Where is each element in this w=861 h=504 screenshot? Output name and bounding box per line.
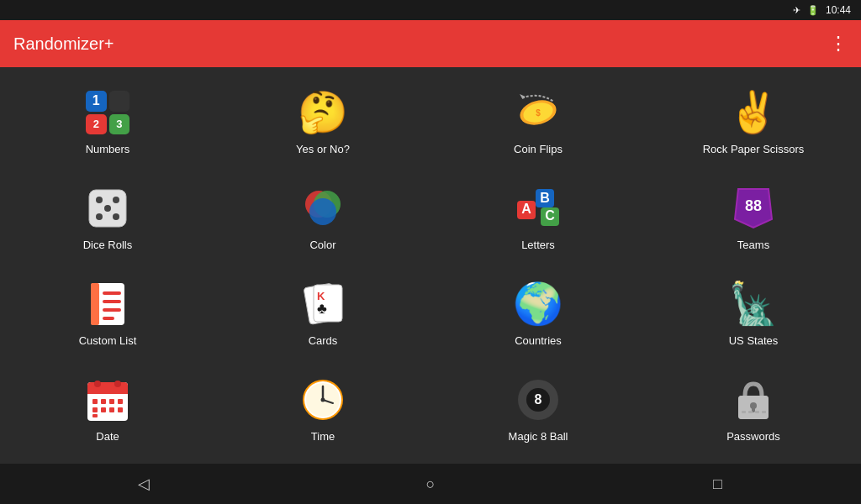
svg-point-33 (94, 381, 101, 387)
us-states-icon: 🗽 (728, 279, 779, 329)
svg-rect-38 (118, 399, 123, 404)
passwords-label: Passwords (726, 430, 780, 444)
numbers-label: Numbers (86, 143, 130, 156)
grid-item-countries[interactable]: 🌍 Countries (430, 265, 646, 361)
svg-text:A: A (521, 202, 531, 216)
svg-rect-41 (109, 407, 114, 412)
teams-icon: 88 (728, 183, 779, 234)
us-states-label: US States (729, 334, 779, 348)
custom-list-icon (82, 279, 133, 329)
back-button[interactable]: ◁ (119, 475, 169, 493)
date-label: Date (96, 430, 119, 444)
svg-text:B: B (540, 191, 550, 205)
svg-point-6 (113, 197, 119, 203)
rock-paper-scissors-icon: ✌️ (728, 87, 779, 138)
status-bar: ✈ 🔋 10:44 (0, 0, 861, 20)
grid-item-color[interactable]: Color (215, 170, 430, 265)
svg-rect-25 (103, 317, 114, 320)
grid-item-custom-list[interactable]: Custom List (0, 265, 215, 361)
yes-or-no-icon: 🤔 (298, 87, 348, 138)
grid-item-us-states[interactable]: 🗽 US States (646, 265, 861, 361)
svg-rect-37 (109, 399, 114, 404)
svg-rect-21 (91, 283, 99, 325)
grid-item-passwords[interactable]: Passwords (646, 361, 861, 457)
airplane-icon: ✈ (793, 5, 800, 16)
svg-text:$: $ (536, 108, 541, 118)
home-button[interactable]: ○ (405, 475, 456, 493)
svg-point-12 (309, 198, 336, 225)
rock-paper-scissors-label: Rock Paper Scissors (703, 143, 805, 156)
svg-point-34 (114, 381, 121, 387)
svg-text:♣: ♣ (317, 300, 327, 317)
grid-item-numbers[interactable]: 1 2 3 Numbers (0, 74, 215, 170)
date-icon (82, 375, 133, 425)
yes-or-no-label: Yes or No? (296, 143, 350, 156)
clock-time: 10:44 (826, 4, 851, 16)
color-icon (298, 183, 348, 234)
coin-flips-icon: $ (513, 87, 563, 138)
countries-icon: 🌍 (513, 279, 563, 329)
coin-flips-label: Coin Flips (514, 143, 563, 156)
letters-label: Letters (521, 239, 555, 252)
svg-point-9 (113, 213, 119, 220)
grid-item-teams[interactable]: 88 Teams (646, 170, 861, 265)
app-grid: 1 2 3 Numbers 🤔 Yes or No? $ Coin Flips … (0, 67, 861, 464)
passwords-icon (728, 375, 779, 425)
grid-item-dice-rolls[interactable]: Dice Rolls (0, 170, 215, 265)
dice-rolls-label: Dice Rolls (83, 239, 133, 252)
grid-item-yes-or-no[interactable]: 🤔 Yes or No? (215, 74, 430, 170)
magic-8-ball-label: Magic 8 Ball (509, 430, 568, 444)
svg-point-8 (96, 213, 103, 220)
svg-point-5 (96, 197, 103, 203)
svg-point-7 (104, 205, 111, 212)
svg-rect-39 (92, 407, 98, 412)
nav-bar: ◁ ○ □ (0, 464, 861, 504)
svg-point-49 (321, 398, 325, 402)
svg-text:88: 88 (745, 197, 762, 214)
app-title: Randomizer+ (13, 34, 114, 54)
svg-rect-60 (762, 411, 766, 413)
svg-text:C: C (545, 208, 555, 223)
time-label: Time (311, 430, 335, 444)
app-bar: Randomizer+ ⋮ (0, 20, 861, 67)
svg-rect-57 (742, 411, 746, 413)
grid-item-magic-8-ball[interactable]: 8 Magic 8 Ball (430, 361, 646, 457)
svg-rect-40 (101, 407, 106, 412)
countries-label: Countries (515, 334, 562, 348)
menu-icon[interactable]: ⋮ (829, 33, 848, 55)
color-label: Color (309, 239, 335, 252)
svg-rect-36 (101, 399, 106, 404)
grid-item-rock-paper-scissors[interactable]: ✌️ Rock Paper Scissors (646, 74, 861, 170)
numbers-icon: 1 2 3 (82, 87, 133, 138)
svg-rect-35 (92, 399, 98, 404)
grid-item-time[interactable]: Time (215, 361, 430, 457)
grid-item-date[interactable]: Date (0, 361, 215, 457)
custom-list-label: Custom List (79, 334, 137, 348)
svg-rect-32 (87, 389, 128, 394)
svg-rect-24 (103, 308, 121, 312)
svg-rect-58 (748, 411, 753, 413)
svg-rect-22 (103, 291, 121, 295)
svg-rect-23 (103, 300, 121, 303)
battery-icon: 🔋 (807, 5, 819, 16)
time-icon (298, 375, 348, 425)
teams-label: Teams (737, 239, 769, 252)
grid-item-letters[interactable]: A B C Letters (430, 170, 646, 265)
svg-rect-43 (92, 414, 98, 417)
dice-rolls-icon (82, 183, 133, 234)
grid-item-cards[interactable]: K ♣ Cards (215, 265, 430, 361)
magic-8-ball-icon: 8 (513, 375, 563, 425)
recents-button[interactable]: □ (692, 475, 742, 493)
cards-label: Cards (309, 334, 338, 348)
svg-rect-59 (755, 411, 759, 413)
cards-icon: K ♣ (298, 279, 348, 329)
svg-rect-42 (118, 407, 123, 412)
svg-text:8: 8 (535, 392, 542, 407)
letters-icon: A B C (513, 183, 563, 234)
grid-item-coin-flips[interactable]: $ Coin Flips (430, 74, 646, 170)
